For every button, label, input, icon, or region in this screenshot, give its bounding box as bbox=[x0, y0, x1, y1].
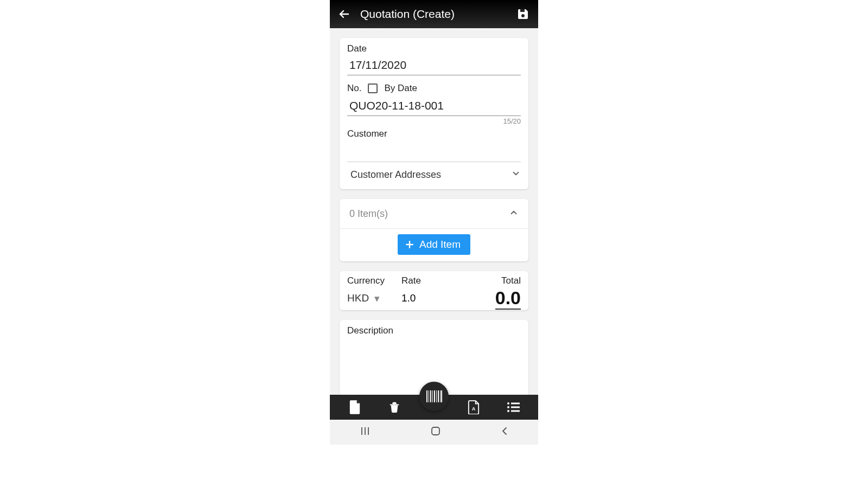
back-button[interactable] bbox=[337, 8, 350, 21]
currency-label: Currency bbox=[347, 275, 401, 286]
svg-rect-20 bbox=[441, 390, 442, 402]
date-label: Date bbox=[347, 43, 521, 54]
svg-rect-16 bbox=[434, 390, 435, 402]
svg-rect-15 bbox=[432, 390, 433, 402]
customer-input[interactable] bbox=[347, 145, 521, 162]
svg-point-6 bbox=[507, 402, 509, 404]
delete-button[interactable] bbox=[386, 399, 403, 415]
pdf-icon: A bbox=[468, 400, 480, 414]
quotation-form-card: Date No. By Date 15/20 Customer Customer… bbox=[340, 38, 528, 189]
recent-icon bbox=[360, 427, 371, 435]
android-back-button[interactable] bbox=[501, 427, 508, 438]
arrow-left-icon bbox=[337, 8, 350, 21]
add-item-label: Add Item bbox=[419, 239, 461, 251]
svg-point-10 bbox=[507, 410, 509, 412]
svg-rect-7 bbox=[511, 403, 520, 404]
home-icon bbox=[431, 426, 441, 436]
svg-rect-24 bbox=[432, 427, 439, 435]
chevron-down-icon bbox=[511, 169, 521, 181]
list-button[interactable] bbox=[505, 399, 521, 415]
date-input[interactable] bbox=[347, 56, 521, 75]
currency-select[interactable]: HKD ▾ bbox=[347, 292, 380, 305]
items-header[interactable]: 0 Item(s) bbox=[340, 199, 528, 229]
document-icon bbox=[349, 400, 361, 414]
rate-label: Rate bbox=[401, 275, 456, 286]
by-date-label: By Date bbox=[384, 83, 417, 94]
app-bar: Quotation (Create) bbox=[330, 0, 538, 28]
android-home-button[interactable] bbox=[431, 426, 441, 438]
list-icon bbox=[507, 402, 520, 413]
save-button[interactable] bbox=[515, 7, 531, 22]
total-label: Total bbox=[456, 275, 521, 286]
content-area: Date No. By Date 15/20 Customer Customer… bbox=[330, 28, 538, 396]
barcode-scan-button[interactable] bbox=[419, 382, 449, 411]
page-title: Quotation (Create) bbox=[360, 8, 515, 21]
add-item-button[interactable]: Add Item bbox=[398, 234, 470, 255]
back-icon bbox=[501, 427, 508, 435]
plus-icon bbox=[404, 239, 415, 250]
customer-addresses-label: Customer Addresses bbox=[350, 169, 441, 181]
svg-rect-19 bbox=[440, 390, 441, 402]
description-input[interactable] bbox=[347, 338, 521, 382]
currency-value: HKD bbox=[347, 292, 369, 304]
trash-icon bbox=[388, 400, 400, 414]
items-card: 0 Item(s) Add Item bbox=[340, 199, 528, 261]
export-pdf-button[interactable]: A bbox=[465, 399, 482, 415]
new-document-button[interactable] bbox=[347, 399, 363, 415]
app-screen: Quotation (Create) Date No. By Date 15/2… bbox=[330, 0, 538, 445]
customer-label: Customer bbox=[347, 129, 521, 139]
quotation-no-counter: 15/20 bbox=[347, 117, 521, 125]
totals-card: Currency HKD ▾ Rate Total bbox=[340, 271, 528, 310]
save-icon bbox=[516, 8, 529, 21]
quotation-no-input[interactable] bbox=[347, 97, 521, 116]
items-count-label: 0 Item(s) bbox=[349, 208, 388, 220]
chevron-up-icon bbox=[509, 208, 519, 220]
description-label: Description bbox=[347, 325, 521, 336]
no-label: No. bbox=[347, 83, 361, 94]
total-value: 0.0 bbox=[495, 287, 521, 310]
by-date-checkbox[interactable] bbox=[368, 84, 378, 93]
svg-rect-9 bbox=[511, 407, 520, 408]
svg-rect-14 bbox=[430, 390, 431, 402]
svg-rect-13 bbox=[429, 390, 429, 402]
svg-rect-12 bbox=[426, 390, 427, 402]
svg-rect-17 bbox=[436, 390, 437, 402]
svg-point-8 bbox=[507, 406, 509, 408]
svg-rect-18 bbox=[438, 390, 439, 402]
svg-point-2 bbox=[521, 14, 525, 17]
svg-rect-1 bbox=[520, 9, 525, 12]
android-recent-button[interactable] bbox=[360, 427, 371, 438]
svg-rect-11 bbox=[511, 410, 520, 412]
svg-text:A: A bbox=[471, 406, 475, 412]
rate-input[interactable] bbox=[401, 292, 456, 304]
barcode-icon bbox=[426, 390, 442, 402]
customer-addresses-dropdown[interactable]: Customer Addresses bbox=[347, 162, 521, 182]
android-nav-bar bbox=[330, 420, 538, 445]
dropdown-triangle-icon: ▾ bbox=[374, 292, 380, 305]
